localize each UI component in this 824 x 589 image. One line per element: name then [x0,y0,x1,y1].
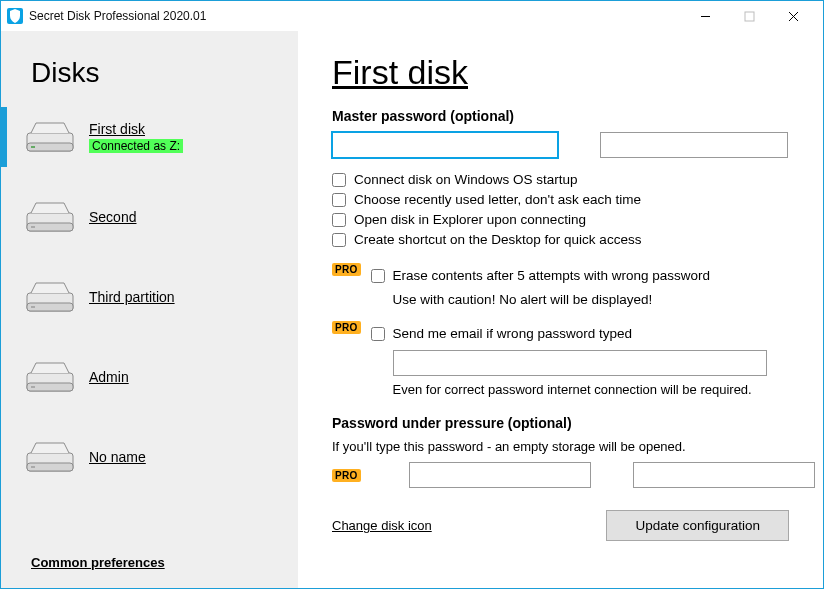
email-input[interactable] [393,350,767,376]
change-disk-icon-link[interactable]: Change disk icon [332,518,432,533]
checkbox-erase[interactable] [371,269,385,283]
pro-email-row: PRO Send me email if wrong password type… [332,321,789,409]
disk-icon [25,279,75,315]
option-label: Create shortcut on the Desktop for quick… [354,232,641,247]
checkbox-connect-startup[interactable] [332,173,346,187]
pressure-label: Password under pressure (optional) [332,415,789,431]
disk-name[interactable]: Admin [89,369,129,385]
svg-rect-18 [31,466,35,468]
window-title: Secret Disk Professional 2020.01 [29,9,206,23]
master-password-input[interactable] [332,132,558,158]
disk-item-admin[interactable]: Admin [15,351,284,403]
option-label: Erase contents after 5 attempts with wro… [393,268,710,283]
disk-item-second[interactable]: Second [15,191,284,243]
erase-caution: Use with caution! No alert will be displ… [393,292,710,307]
minimize-button[interactable] [683,1,727,31]
master-password-label: Master password (optional) [332,108,789,124]
disk-icon [25,119,75,155]
svg-rect-9 [31,226,35,228]
disk-item-third[interactable]: Third partition [15,271,284,323]
svg-rect-6 [31,146,35,148]
title-bar: Secret Disk Professional 2020.01 [1,1,823,31]
pressure-note: If you'll type this password - an empty … [332,439,789,454]
svg-rect-12 [31,306,35,308]
disk-status: Connected as Z: [89,139,183,153]
disk-item-noname[interactable]: No name [15,431,284,483]
option-open-explorer[interactable]: Open disk in Explorer upon connecting [332,212,789,227]
master-password-confirm-input[interactable] [600,132,788,158]
common-preferences-link[interactable]: Common preferences [31,555,284,570]
checkbox-create-shortcut[interactable] [332,233,346,247]
sidebar-heading: Disks [31,57,284,89]
svg-rect-15 [31,386,35,388]
option-label: Choose recently used letter, don't ask e… [354,192,641,207]
close-button[interactable] [771,1,815,31]
email-note: Even for correct password internet conne… [393,382,767,397]
update-configuration-button[interactable]: Update configuration [606,510,789,541]
pressure-password-confirm-input[interactable] [633,462,815,488]
disk-name[interactable]: No name [89,449,146,465]
option-label: Send me email if wrong password typed [393,326,632,341]
pro-badge: PRO [332,321,361,334]
option-connect-startup[interactable]: Connect disk on Windows OS startup [332,172,789,187]
option-choose-letter[interactable]: Choose recently used letter, don't ask e… [332,192,789,207]
disk-name[interactable]: Third partition [89,289,175,305]
pro-badge: PRO [332,469,361,482]
main-panel: First disk Master password (optional) Co… [298,31,823,588]
option-create-shortcut[interactable]: Create shortcut on the Desktop for quick… [332,232,789,247]
checkbox-choose-letter[interactable] [332,193,346,207]
pro-erase-row: PRO Erase contents after 5 attempts with… [332,263,789,317]
maximize-button[interactable] [727,1,771,31]
checkbox-open-explorer[interactable] [332,213,346,227]
option-label: Connect disk on Windows OS startup [354,172,578,187]
option-label: Open disk in Explorer upon connecting [354,212,586,227]
disk-name[interactable]: Second [89,209,136,225]
pressure-password-input[interactable] [409,462,591,488]
app-icon [7,8,23,24]
disk-list: First disk Connected as Z: Second Third … [15,111,284,555]
page-title: First disk [332,53,789,92]
disk-icon [25,359,75,395]
disk-icon [25,439,75,475]
pro-badge: PRO [332,263,361,276]
disk-name[interactable]: First disk [89,121,183,137]
option-send-email[interactable]: Send me email if wrong password typed [371,326,767,341]
svg-rect-1 [745,12,754,21]
disk-item-first[interactable]: First disk Connected as Z: [15,111,284,163]
option-erase-contents[interactable]: Erase contents after 5 attempts with wro… [371,268,710,283]
checkbox-email[interactable] [371,327,385,341]
disk-icon [25,199,75,235]
sidebar: Disks First disk Connected as Z: Second [1,31,298,588]
